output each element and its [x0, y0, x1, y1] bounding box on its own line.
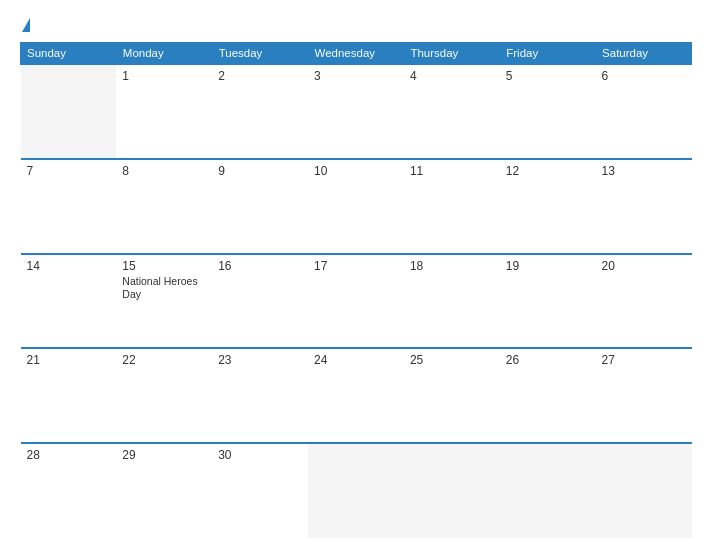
- calendar-cell: 21: [21, 348, 117, 443]
- calendar-cell: 27: [596, 348, 692, 443]
- calendar-cell: 2: [212, 64, 308, 159]
- calendar-week-row: 21222324252627: [21, 348, 692, 443]
- calendar-week-row: 282930: [21, 443, 692, 538]
- calendar-cell: [308, 443, 404, 538]
- day-number: 14: [27, 259, 111, 273]
- calendar-cell: 29: [116, 443, 212, 538]
- calendar-cell: 26: [500, 348, 596, 443]
- day-number: 28: [27, 448, 111, 462]
- day-number: 11: [410, 164, 494, 178]
- calendar-header: [20, 18, 692, 32]
- calendar-cell: 5: [500, 64, 596, 159]
- day-number: 21: [27, 353, 111, 367]
- calendar-cell: 6: [596, 64, 692, 159]
- calendar-week-row: 1415National Heroes Day1617181920: [21, 254, 692, 349]
- calendar-cell: 19: [500, 254, 596, 349]
- calendar-cell: 7: [21, 159, 117, 254]
- day-number: 30: [218, 448, 302, 462]
- weekday-header-friday: Friday: [500, 43, 596, 65]
- calendar-cell: 1: [116, 64, 212, 159]
- day-number: 1: [122, 69, 206, 83]
- day-number: 23: [218, 353, 302, 367]
- calendar-cell: 10: [308, 159, 404, 254]
- calendar-cell: 4: [404, 64, 500, 159]
- calendar-cell: [404, 443, 500, 538]
- day-number: 2: [218, 69, 302, 83]
- day-number: 24: [314, 353, 398, 367]
- calendar-cell: 18: [404, 254, 500, 349]
- day-number: 26: [506, 353, 590, 367]
- day-number: 15: [122, 259, 206, 273]
- calendar-cell: [596, 443, 692, 538]
- calendar-cell: 20: [596, 254, 692, 349]
- day-number: 29: [122, 448, 206, 462]
- calendar-cell: 24: [308, 348, 404, 443]
- day-number: 9: [218, 164, 302, 178]
- day-number: 17: [314, 259, 398, 273]
- day-number: 27: [602, 353, 686, 367]
- weekday-header-sunday: Sunday: [21, 43, 117, 65]
- calendar-cell: 25: [404, 348, 500, 443]
- day-number: 7: [27, 164, 111, 178]
- calendar-week-row: 78910111213: [21, 159, 692, 254]
- calendar-week-row: 123456: [21, 64, 692, 159]
- calendar-cell: 11: [404, 159, 500, 254]
- calendar-cell: 28: [21, 443, 117, 538]
- weekday-header-saturday: Saturday: [596, 43, 692, 65]
- calendar-thead: SundayMondayTuesdayWednesdayThursdayFrid…: [21, 43, 692, 65]
- day-number: 18: [410, 259, 494, 273]
- day-number: 10: [314, 164, 398, 178]
- day-number: 4: [410, 69, 494, 83]
- calendar-cell: 9: [212, 159, 308, 254]
- calendar-body: 123456789101112131415National Heroes Day…: [21, 64, 692, 538]
- day-number: 19: [506, 259, 590, 273]
- calendar-cell: 8: [116, 159, 212, 254]
- day-number: 22: [122, 353, 206, 367]
- day-number: 16: [218, 259, 302, 273]
- day-number: 20: [602, 259, 686, 273]
- day-number: 6: [602, 69, 686, 83]
- logo: [20, 18, 30, 32]
- calendar-cell: 16: [212, 254, 308, 349]
- calendar-cell: 13: [596, 159, 692, 254]
- calendar-cell: 23: [212, 348, 308, 443]
- calendar-cell: 12: [500, 159, 596, 254]
- weekday-header-tuesday: Tuesday: [212, 43, 308, 65]
- day-number: 12: [506, 164, 590, 178]
- day-number: 13: [602, 164, 686, 178]
- day-number: 3: [314, 69, 398, 83]
- calendar-page: SundayMondayTuesdayWednesdayThursdayFrid…: [0, 0, 712, 550]
- calendar-cell: 14: [21, 254, 117, 349]
- calendar-table: SundayMondayTuesdayWednesdayThursdayFrid…: [20, 42, 692, 538]
- logo-triangle-icon: [22, 18, 30, 32]
- weekday-header-thursday: Thursday: [404, 43, 500, 65]
- weekday-header-row: SundayMondayTuesdayWednesdayThursdayFrid…: [21, 43, 692, 65]
- day-number: 8: [122, 164, 206, 178]
- calendar-cell: 15National Heroes Day: [116, 254, 212, 349]
- calendar-cell: [21, 64, 117, 159]
- event-label: National Heroes Day: [122, 275, 206, 302]
- calendar-cell: 30: [212, 443, 308, 538]
- day-number: 5: [506, 69, 590, 83]
- calendar-cell: 3: [308, 64, 404, 159]
- weekday-header-wednesday: Wednesday: [308, 43, 404, 65]
- weekday-header-monday: Monday: [116, 43, 212, 65]
- day-number: 25: [410, 353, 494, 367]
- calendar-cell: [500, 443, 596, 538]
- calendar-cell: 17: [308, 254, 404, 349]
- calendar-cell: 22: [116, 348, 212, 443]
